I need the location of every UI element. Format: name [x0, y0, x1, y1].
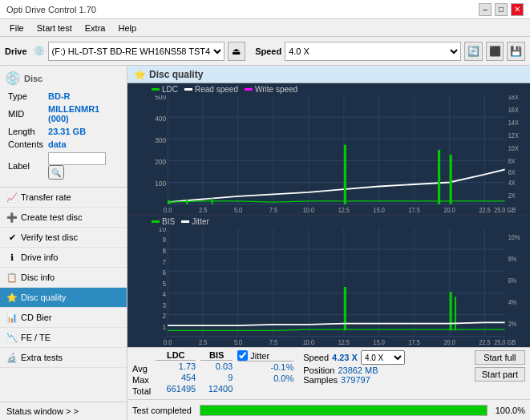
jitter-checkbox[interactable] — [237, 350, 248, 361]
svg-text:10: 10 — [159, 228, 166, 233]
menu-file[interactable]: File — [3, 22, 30, 34]
sidebar-item-extra-tests[interactable]: 🔬 Extra tests — [0, 348, 127, 368]
content-area: ⭐ Disc quality LDC Read speed — [127, 66, 530, 420]
sidebar-item-disc-quality[interactable]: ⭐ Disc quality — [0, 288, 127, 308]
sidebar-label-disc-quality: Disc quality — [21, 293, 66, 302]
svg-text:25.0 GB: 25.0 GB — [494, 338, 516, 346]
sidebar-item-drive-info[interactable]: ℹ Drive info — [0, 248, 127, 268]
avg-ldc: 1.73 — [156, 361, 196, 372]
close-button[interactable]: ✕ — [511, 3, 524, 16]
position-val: 23862 MB — [338, 365, 378, 375]
sidebar-label-fe-te: FE / TE — [21, 333, 51, 342]
svg-text:20.0: 20.0 — [443, 338, 455, 346]
sidebar-item-fe-te[interactable]: 📉 FE / TE — [0, 328, 127, 348]
mid-label: MID — [6, 103, 45, 124]
minimize-button[interactable]: – — [479, 3, 492, 16]
disc-info-panel: 💿 Disc Type BD-R MID MILLENMR1 (000) Len… — [0, 66, 127, 188]
bis-legend-bis-label: BIS — [162, 217, 175, 226]
length-label: Length — [6, 126, 45, 137]
disc-icon: 💿 — [5, 71, 21, 86]
svg-text:400: 400 — [155, 114, 166, 123]
disc-quality-icon: ⭐ — [6, 292, 18, 303]
ldc-legend-writespeed: Write speed — [245, 85, 297, 94]
sidebar-item-create-test-disc[interactable]: ➕ Create test disc — [0, 208, 127, 228]
ldc-chart-container: LDC Read speed Write speed — [127, 83, 530, 216]
speed-stat-select[interactable]: 4.0 X — [361, 350, 405, 365]
disc-mid-row: MID MILLENMR1 (000) — [6, 103, 120, 124]
svg-text:10%: 10% — [508, 233, 520, 241]
svg-text:10.0: 10.0 — [303, 206, 315, 214]
stats-labels-col: Avg Max Total — [132, 350, 151, 397]
svg-text:12.5: 12.5 — [338, 206, 350, 214]
label-label: Label — [6, 151, 45, 180]
svg-text:200: 200 — [155, 158, 166, 167]
bis-col-header: BIS — [200, 350, 233, 361]
samples-row: Samples 379797 — [303, 375, 405, 385]
svg-rect-64 — [450, 292, 452, 330]
menu-start-test[interactable]: Start test — [30, 22, 79, 34]
readspeed-color-dot — [184, 88, 192, 91]
svg-text:2X: 2X — [508, 192, 516, 200]
position-row: Position 23862 MB — [303, 365, 405, 375]
samples-label: Samples — [303, 375, 338, 385]
disc-contents-row: Contents data — [6, 139, 120, 150]
position-label: Position — [303, 365, 334, 375]
label-input[interactable] — [48, 152, 106, 165]
disc-quality-header-icon: ⭐ — [134, 69, 146, 80]
stop-button[interactable]: ⬛ — [486, 42, 504, 61]
disc-quality-header: ⭐ Disc quality — [127, 66, 530, 83]
ldc-legend-readspeed: Read speed — [184, 85, 238, 94]
ldc-legend: LDC Read speed Write speed — [127, 83, 530, 95]
fe-te-icon: 📉 — [6, 332, 18, 343]
save-button[interactable]: 💾 — [507, 42, 525, 61]
eject-button[interactable]: ⏏ — [228, 42, 246, 61]
svg-text:17.5: 17.5 — [409, 338, 421, 346]
progress-bar — [200, 406, 487, 415]
svg-text:14X: 14X — [508, 119, 520, 127]
menu-bar: File Start test Extra Help — [0, 19, 530, 37]
svg-text:4: 4 — [162, 290, 166, 299]
drive-label: Drive — [5, 46, 27, 56]
max-bis: 9 — [200, 372, 233, 383]
svg-text:5.0: 5.0 — [234, 338, 243, 346]
start-buttons: Start full Start part — [475, 350, 525, 382]
svg-rect-65 — [455, 297, 456, 330]
type-label: Type — [6, 91, 45, 102]
svg-text:5: 5 — [162, 279, 166, 288]
ldc-col-header: LDC — [156, 350, 196, 361]
sidebar-item-disc-info[interactable]: 📋 Disc info — [0, 268, 127, 288]
start-full-button[interactable]: Start full — [475, 350, 525, 365]
svg-text:8: 8 — [162, 246, 166, 255]
drive-info-icon: ℹ — [6, 252, 18, 263]
label-edit-button[interactable]: 🔍 — [48, 165, 64, 180]
svg-text:0.0: 0.0 — [164, 338, 172, 346]
verify-test-disc-icon: ✔ — [6, 232, 18, 243]
status-window-button[interactable]: Status window > > — [0, 402, 127, 420]
refresh-button[interactable]: 🔄 — [464, 42, 483, 61]
sidebar-item-transfer-rate[interactable]: 📈 Transfer rate — [0, 188, 127, 208]
start-part-button[interactable]: Start part — [475, 367, 525, 382]
ldc-col: LDC 1.73 454 661495 — [156, 350, 196, 394]
menu-extra[interactable]: Extra — [79, 22, 112, 34]
svg-text:7.5: 7.5 — [269, 338, 278, 346]
drive-icon: 💿 — [34, 46, 45, 56]
sidebar: 💿 Disc Type BD-R MID MILLENMR1 (000) Len… — [0, 66, 127, 420]
sidebar-item-verify-test-disc[interactable]: ✔ Verify test disc — [0, 228, 127, 248]
drive-select[interactable]: (F:) HL-DT-ST BD-RE WH16NS58 TST4 — [48, 42, 225, 61]
menu-help[interactable]: Help — [111, 22, 143, 34]
svg-text:6: 6 — [162, 269, 166, 277]
ldc-chart-svg: 500 400 300 200 100 18X 16X 14X 12X 10X … — [127, 95, 530, 214]
bis-color-dot — [152, 220, 160, 223]
svg-text:5.0: 5.0 — [234, 206, 243, 214]
svg-text:7: 7 — [162, 257, 166, 266]
jitter-label: Jitter — [250, 351, 269, 361]
maximize-button[interactable]: □ — [495, 3, 508, 16]
svg-text:10X: 10X — [508, 145, 520, 153]
speed-select[interactable]: 4.0 X 8.0 X — [285, 42, 461, 61]
bis-legend-bis: BIS — [152, 217, 175, 226]
type-value: BD-R — [47, 91, 120, 102]
avg-jitter: -0.1% — [237, 361, 293, 373]
svg-text:6%: 6% — [508, 277, 517, 285]
svg-text:2: 2 — [162, 312, 166, 321]
sidebar-item-cd-bier[interactable]: 📊 CD Bier — [0, 308, 127, 328]
